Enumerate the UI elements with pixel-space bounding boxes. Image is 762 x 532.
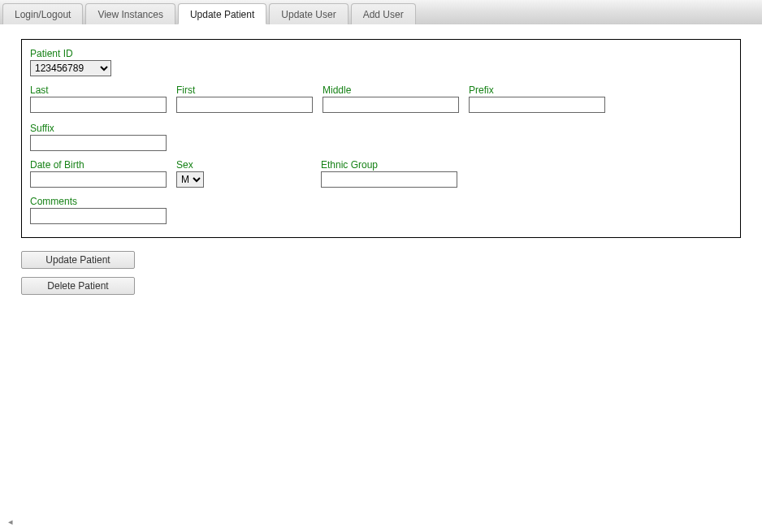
dob-input[interactable]	[30, 171, 167, 188]
tab-update-user[interactable]: Update User	[269, 3, 348, 24]
tab-bar: Login/Logout View Instances Update Patie…	[0, 0, 762, 24]
tab-view-instances[interactable]: View Instances	[85, 3, 175, 24]
comments-input[interactable]	[30, 208, 167, 224]
first-name-input[interactable]	[176, 97, 313, 113]
dob-label: Date of Birth	[30, 159, 167, 171]
ethnic-label: Ethnic Group	[321, 159, 457, 171]
tab-login[interactable]: Login/Logout	[2, 3, 83, 24]
prefix-label: Prefix	[469, 84, 605, 96]
ethnic-field-wrapper: Ethnic Group	[321, 159, 457, 188]
first-name-field-wrapper: First	[176, 84, 313, 113]
tab-add-user[interactable]: Add User	[351, 3, 416, 24]
patient-id-field-wrapper: Patient ID 123456789	[30, 48, 111, 76]
middle-name-field-wrapper: Middle	[323, 84, 459, 113]
last-name-label: Last	[30, 84, 167, 96]
content-area: Patient ID 123456789 Last First Middle P…	[0, 24, 762, 318]
patient-id-select[interactable]: 123456789	[30, 60, 111, 76]
sex-select[interactable]: M	[176, 171, 204, 188]
middle-name-input[interactable]	[323, 97, 459, 113]
suffix-label: Suffix	[30, 123, 167, 134]
last-name-field-wrapper: Last	[30, 84, 167, 113]
dob-field-wrapper: Date of Birth	[30, 159, 167, 188]
sex-label: Sex	[176, 159, 204, 171]
patient-form-box: Patient ID 123456789 Last First Middle P…	[21, 39, 741, 238]
update-patient-button[interactable]: Update Patient	[21, 251, 135, 269]
sex-field-wrapper: Sex M	[176, 159, 204, 188]
suffix-input[interactable]	[30, 135, 167, 151]
middle-name-label: Middle	[323, 84, 459, 96]
suffix-field-wrapper: Suffix	[30, 123, 167, 151]
prefix-field-wrapper: Prefix	[469, 84, 605, 113]
last-name-input[interactable]	[30, 97, 167, 113]
delete-patient-button[interactable]: Delete Patient	[21, 277, 135, 295]
first-name-label: First	[176, 84, 313, 96]
patient-id-label: Patient ID	[30, 48, 111, 59]
tab-update-patient[interactable]: Update Patient	[178, 3, 266, 24]
comments-label: Comments	[30, 196, 167, 207]
prefix-input[interactable]	[469, 97, 605, 113]
comments-field-wrapper: Comments	[30, 196, 167, 224]
ethnic-input[interactable]	[321, 171, 457, 188]
